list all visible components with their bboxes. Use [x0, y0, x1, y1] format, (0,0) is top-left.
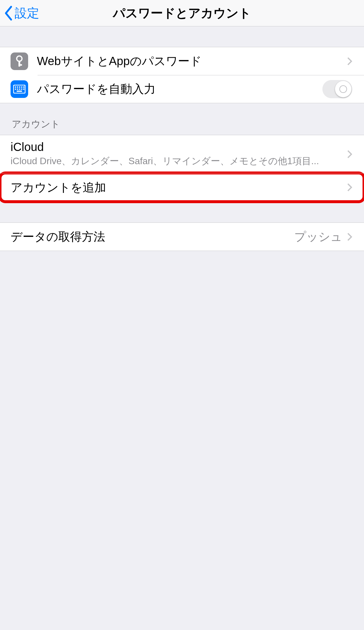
back-label: 設定 [15, 5, 39, 21]
svg-rect-9 [15, 89, 16, 90]
svg-rect-12 [21, 89, 22, 90]
fetch-value: プッシュ [294, 229, 342, 245]
chevron-right-icon [347, 57, 352, 66]
navbar: 設定 パスワードとアカウント [0, 0, 364, 26]
svg-rect-5 [17, 86, 18, 88]
fetch-section: データの取得方法 プッシュ [0, 223, 364, 251]
autofill-passwords-row: パスワードを自動入力 [0, 75, 364, 103]
back-button[interactable]: 設定 [4, 0, 39, 26]
page-title: パスワードとアカウント [113, 5, 251, 21]
icloud-title: iCloud [11, 140, 347, 154]
website-app-passwords-label: WebサイトとAppのパスワード [37, 47, 347, 75]
autofill-toggle[interactable] [322, 80, 352, 98]
accounts-section: iCloud iCloud Drive、カレンダー、Safari、リマインダー、… [0, 135, 364, 202]
add-account-row[interactable]: アカウントを追加 [0, 173, 364, 202]
keyboard-icon [11, 80, 28, 98]
chevron-right-icon [347, 232, 352, 241]
autofill-passwords-label: パスワードを自動入力 [37, 75, 322, 103]
svg-rect-6 [19, 86, 20, 88]
add-account-label: アカウントを追加 [11, 174, 347, 201]
website-app-passwords-row[interactable]: WebサイトとAppのパスワード [0, 47, 364, 75]
chevron-left-icon [4, 6, 13, 21]
svg-rect-10 [17, 89, 18, 90]
svg-rect-13 [23, 89, 24, 90]
icloud-row[interactable]: iCloud iCloud Drive、カレンダー、Safari、リマインダー、… [0, 135, 364, 173]
svg-rect-8 [23, 86, 24, 88]
svg-rect-7 [21, 86, 22, 88]
passwords-section: WebサイトとAppのパスワード パスワードを自動入力 [0, 47, 364, 103]
chevron-right-icon [347, 150, 352, 159]
svg-point-0 [17, 56, 22, 61]
fetch-label: データの取得方法 [11, 223, 294, 251]
key-icon [11, 52, 28, 70]
svg-rect-4 [15, 86, 16, 88]
svg-rect-2 [18, 64, 22, 66]
svg-rect-11 [19, 89, 20, 90]
accounts-header: アカウント [0, 103, 364, 135]
icloud-detail: iCloud Drive、カレンダー、Safari、リマインダー、メモとその他1… [11, 155, 347, 168]
fetch-row[interactable]: データの取得方法 プッシュ [0, 223, 364, 251]
chevron-right-icon [347, 183, 352, 192]
svg-rect-14 [17, 91, 22, 92]
